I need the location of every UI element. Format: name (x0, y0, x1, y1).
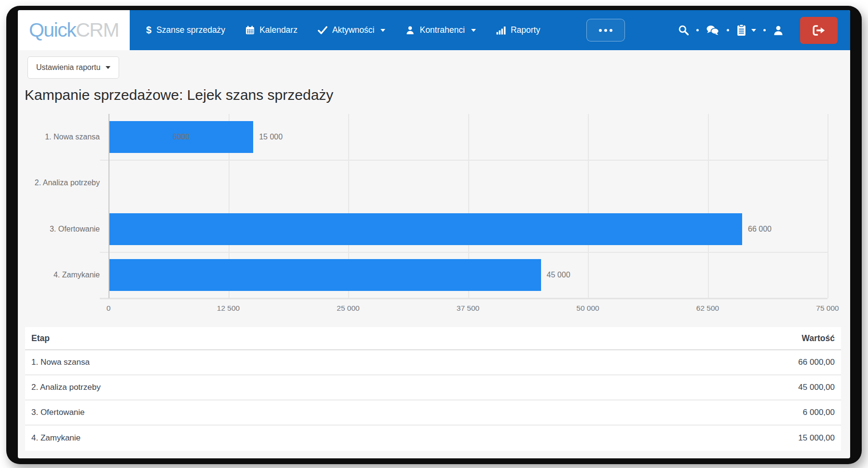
dollar-icon: $ (146, 25, 151, 36)
navbar-icon-strip (678, 24, 784, 36)
logout-button[interactable] (800, 17, 838, 44)
nav-item-raporty[interactable]: Raporty (496, 25, 540, 35)
x-axis-ticks: 0 12 500 25 000 37 500 50 000 62 500 75 … (108, 301, 827, 313)
x-tick-label: 25 000 (337, 304, 359, 313)
report-data-table: Etap Wartość 1. Nowa szansa 66 000,00 2.… (25, 327, 841, 451)
sign-out-icon (812, 25, 826, 36)
funnel-bar-chart: 1. Nowa szansa 2. Analiza potrzeby 3. Of… (18, 114, 850, 313)
separator-dot (727, 29, 729, 31)
bar-analiza-potrzeby[interactable] (109, 259, 541, 291)
x-tick-label: 12 500 (217, 304, 240, 313)
search-icon[interactable] (678, 25, 689, 36)
y-axis-line (108, 114, 109, 298)
user-profile-icon[interactable] (773, 25, 784, 36)
cell-wartosc: 15 000,00 (798, 433, 835, 443)
chart-category-labels: 1. Nowa szansa 2. Analiza potrzeby 3. Of… (18, 114, 100, 298)
check-icon (318, 26, 327, 34)
chevron-down-icon (106, 66, 110, 69)
nav-item-label: Raporty (511, 25, 540, 35)
brand-logo-primary: Quick (29, 19, 76, 41)
clipboard-icon[interactable] (736, 24, 746, 36)
chart-plot-area: 66 000 45 000 6000 (108, 114, 827, 298)
cell-wartosc: 6 000,00 (803, 408, 835, 417)
x-tick-label: 0 (107, 304, 111, 313)
table-row[interactable]: 4. Zamykanie 15 000,00 (25, 426, 841, 451)
top-navbar: QuickCRM $ Szanse sprzedaży (18, 10, 850, 50)
chevron-down-icon (471, 29, 476, 32)
gridline (827, 114, 828, 298)
report-settings-label: Ustawienia raportu (36, 63, 100, 72)
x-tick-label: 62 500 (696, 304, 719, 313)
report-page: Ustawienia raportu Kampanie sprzedażowe:… (18, 50, 850, 458)
bar-value-label: 45 000 (547, 271, 570, 279)
calendar-icon (245, 26, 255, 35)
bar-value-label: 6000 (173, 133, 190, 141)
category-label: 4. Zamykanie (18, 252, 100, 299)
table-header-etap: Etap (31, 333, 50, 344)
chevron-down-icon (380, 29, 385, 32)
table-header-row: Etap Wartość (25, 327, 841, 350)
user-icon (406, 26, 415, 35)
bar-chart-icon (496, 26, 506, 35)
crm-app: QuickCRM $ Szanse sprzedaży (18, 10, 850, 458)
brand-logo-secondary: CRM (76, 19, 119, 41)
window-frame: QuickCRM $ Szanse sprzedaży (6, 6, 862, 464)
row-separator (100, 298, 827, 299)
nav-item-label: Kontrahenci (420, 25, 464, 35)
bar-value-label: 66 000 (748, 225, 772, 234)
nav-item-aktywnosci[interactable]: Aktywności (318, 25, 386, 35)
table-row[interactable]: 1. Nowa szansa 66 000,00 (25, 350, 841, 375)
cell-etap: 1. Nowa szansa (31, 358, 90, 367)
chat-icon[interactable] (706, 25, 719, 36)
nav-item-szanse-sprzedazy[interactable]: $ Szanse sprzedaży (146, 25, 225, 36)
x-tick-label: 50 000 (576, 304, 599, 313)
nav-item-kalendarz[interactable]: Kalendarz (245, 25, 298, 35)
page-title: Kampanie sprzedażowe: Lejek szans sprzed… (25, 87, 850, 103)
screenshot: QuickCRM $ Szanse sprzedaży (0, 0, 868, 468)
gridline (708, 114, 709, 298)
separator-dot (763, 29, 766, 31)
table-row[interactable]: 3. Ofertowanie 6 000,00 (25, 400, 841, 426)
gridline (588, 114, 589, 298)
report-settings-button[interactable]: Ustawienia raportu (27, 56, 119, 79)
bar-nowa-szansa[interactable] (109, 213, 742, 245)
separator-dot (696, 29, 699, 31)
category-label: 2. Analiza potrzeby (18, 160, 100, 206)
more-menu-button[interactable] (586, 19, 625, 41)
table-row[interactable]: 2. Analiza potrzeby 45 000,00 (25, 375, 841, 400)
brand-logo[interactable]: QuickCRM (18, 10, 130, 50)
chevron-down-icon[interactable] (751, 29, 756, 32)
cell-etap: 3. Ofertowanie (31, 408, 85, 417)
x-tick-label: 75 000 (816, 304, 839, 313)
nav-item-label: Aktywności (332, 25, 375, 35)
cell-wartosc: 66 000,00 (798, 358, 835, 367)
nav-item-label: Kalendarz (259, 25, 298, 35)
cell-wartosc: 45 000,00 (798, 383, 835, 392)
nav-item-label: Szanse sprzedaży (156, 25, 225, 35)
nav-item-kontrahenci[interactable]: Kontrahenci (406, 25, 475, 35)
category-label: 1. Nowa szansa (18, 114, 100, 160)
category-label: 3. Ofertowanie (18, 206, 100, 252)
cell-etap: 2. Analiza potrzeby (31, 383, 101, 392)
cell-etap: 4. Zamykanie (31, 433, 81, 443)
bar-value-label: 15 000 (259, 133, 283, 141)
table-header-wartosc: Wartość (802, 333, 835, 344)
x-tick-label: 37 500 (457, 304, 479, 313)
ellipsis-icon (599, 29, 602, 32)
main-nav: $ Szanse sprzedaży (130, 10, 850, 50)
